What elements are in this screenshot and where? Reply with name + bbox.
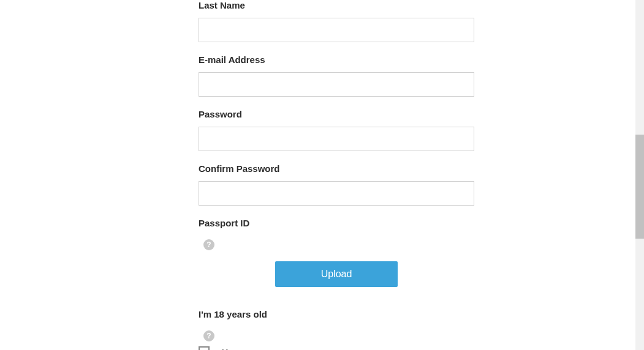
help-icon[interactable]: ?: [203, 330, 214, 341]
passport-id-group: Passport ID ? Upload: [199, 218, 474, 287]
age-confirm-label: I'm 18 years old: [199, 309, 474, 319]
scrollbar-thumb[interactable]: [635, 135, 644, 239]
confirm-password-group: Confirm Password: [199, 163, 474, 206]
confirm-password-input[interactable]: [199, 181, 474, 206]
age-confirm-group: I'm 18 years old ? Yes: [199, 309, 474, 350]
help-icon[interactable]: ?: [203, 239, 214, 250]
age-checkbox[interactable]: [199, 346, 210, 350]
password-label: Password: [199, 109, 474, 119]
last-name-label: Last Name: [199, 0, 474, 10]
upload-button[interactable]: Upload: [275, 261, 398, 287]
passport-id-label: Passport ID: [199, 218, 474, 228]
email-label: E-mail Address: [199, 54, 474, 65]
upload-row: Upload: [199, 261, 474, 287]
email-group: E-mail Address: [199, 54, 474, 97]
last-name-input[interactable]: [199, 18, 474, 42]
age-checkbox-label: Yes: [222, 347, 238, 351]
password-input[interactable]: [199, 127, 474, 151]
email-input[interactable]: [199, 72, 474, 97]
password-group: Password: [199, 109, 474, 151]
age-checkbox-row: Yes: [199, 346, 474, 350]
form-container: Last Name E-mail Address Password Confir…: [199, 0, 474, 350]
last-name-group: Last Name: [199, 0, 474, 42]
confirm-password-label: Confirm Password: [199, 163, 474, 174]
